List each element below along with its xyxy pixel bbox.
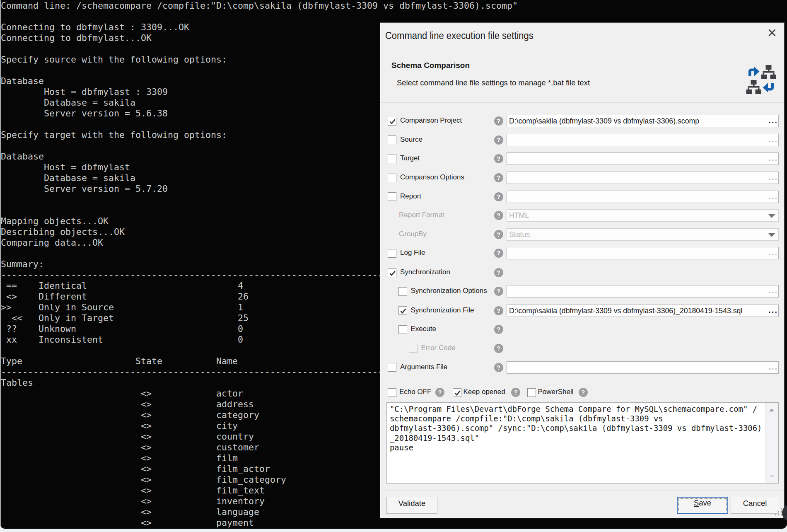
select-report-format[interactable]: HTML xyxy=(507,209,779,222)
checkbox-error-code[interactable] xyxy=(409,344,418,353)
browse-button-source[interactable]: ... xyxy=(768,134,778,144)
save-button[interactable]: Save xyxy=(677,497,728,514)
label-log-file[interactable]: Log File xyxy=(400,249,425,257)
grip-dot xyxy=(778,511,779,513)
input-report[interactable]: ... xyxy=(507,191,779,203)
browse-button-target[interactable]: ... xyxy=(768,153,778,163)
checkbox-synchronization-file[interactable] xyxy=(398,306,407,315)
label-powershell[interactable]: PowerShell xyxy=(538,388,574,396)
scrollbar[interactable] xyxy=(765,403,778,483)
grip-dot xyxy=(775,514,776,515)
label-execute[interactable]: Execute xyxy=(411,325,436,333)
close-icon[interactable] xyxy=(767,27,777,38)
input-source[interactable]: ... xyxy=(507,134,779,146)
checkbox-log-file[interactable] xyxy=(388,249,396,258)
help-icon-echo-off[interactable]: ? xyxy=(435,388,444,397)
help-icon-arguments-file[interactable]: ? xyxy=(494,363,503,372)
input-comparison-options[interactable]: ... xyxy=(507,172,779,184)
label-comparison-project[interactable]: Comparison Project xyxy=(400,116,462,125)
grip-dot xyxy=(781,508,782,510)
help-icon-target[interactable]: ? xyxy=(494,154,503,163)
help-icon-keep-opened[interactable]: ? xyxy=(511,388,520,397)
help-icon-powershell[interactable]: ? xyxy=(579,388,588,397)
help-icon-synchronization-file[interactable]: ? xyxy=(494,306,503,315)
browse-button-comparison-options[interactable]: ... xyxy=(768,172,778,182)
label-source[interactable]: Source xyxy=(400,135,422,144)
help-icon-synchronization-options[interactable]: ? xyxy=(494,287,503,296)
header-separator xyxy=(381,102,784,103)
help-icon-report-format[interactable]: ? xyxy=(494,211,503,220)
help-icon-synchronization[interactable]: ? xyxy=(494,268,503,277)
input-synchronization-file[interactable]: D:\comp\sakila (dbfmylast-3309 vs dbfmyl… xyxy=(507,305,779,317)
label-comparison-options[interactable]: Comparison Options xyxy=(400,173,464,181)
cancel-button[interactable]: Cancel xyxy=(731,497,779,514)
bat-file-text: "C:\Program Files\Devart\dbForge Schema … xyxy=(390,404,762,452)
help-icon-groupby[interactable]: ? xyxy=(494,230,503,239)
console-left-edge xyxy=(0,0,1,529)
browse-button-report[interactable]: ... xyxy=(768,191,778,201)
input-arguments-file[interactable]: ... xyxy=(507,361,779,374)
input-log-file[interactable]: ... xyxy=(507,247,779,259)
check-icon xyxy=(389,118,396,126)
checkbox-comparison-options[interactable] xyxy=(388,174,396,182)
select-groupby[interactable]: Status xyxy=(507,228,779,241)
help-icon-report[interactable]: ? xyxy=(494,192,503,201)
label-error-code: Error Code xyxy=(421,344,456,352)
label-synchronization[interactable]: Synchronization xyxy=(400,268,450,276)
footer-separator xyxy=(381,491,784,491)
input-target[interactable]: ... xyxy=(507,152,779,165)
label-report-format: Report Format xyxy=(399,211,444,219)
checkbox-report[interactable] xyxy=(388,192,396,201)
label-target[interactable]: Target xyxy=(400,154,420,162)
scroll-up-icon[interactable] xyxy=(769,409,774,411)
help-icon-log-file[interactable]: ? xyxy=(494,249,503,258)
check-icon xyxy=(399,307,407,315)
label-synchronization-file[interactable]: Synchronization File xyxy=(411,306,474,314)
check-icon xyxy=(389,269,396,277)
browse-button-comparison-project[interactable]: ... xyxy=(768,115,778,125)
validate-button[interactable]: Validate xyxy=(386,497,437,514)
dialog-title: Command line execution file settings xyxy=(385,30,534,41)
checkbox-target[interactable] xyxy=(388,155,396,163)
browse-button-log-file[interactable]: ... xyxy=(768,247,778,257)
checkbox-powershell[interactable] xyxy=(527,388,536,397)
label-report[interactable]: Report xyxy=(400,192,421,201)
label-keep-opened[interactable]: Keep opened xyxy=(464,388,505,396)
input-comparison-project[interactable]: D:\comp\sakila (dbfmylast-3309 vs dbfmyl… xyxy=(507,115,779,127)
schema-compare-icon xyxy=(745,64,776,94)
browse-button-arguments-file[interactable]: ... xyxy=(768,362,778,372)
help-icon-source[interactable]: ? xyxy=(494,135,503,145)
help-icon-comparison-project[interactable]: ? xyxy=(494,116,503,126)
dialog-subtitle: Select command line file settings to man… xyxy=(397,78,590,87)
input-synchronization-options[interactable]: ... xyxy=(507,285,779,297)
checkbox-execute[interactable] xyxy=(398,325,407,334)
grip-dot xyxy=(781,514,782,515)
checkbox-comparison-project[interactable] xyxy=(388,117,396,126)
label-arguments-file[interactable]: Arguments File xyxy=(400,363,447,371)
label-groupby: GroupBy xyxy=(399,230,427,238)
checkbox-source[interactable] xyxy=(388,135,396,144)
checkbox-synchronization[interactable] xyxy=(388,268,396,277)
help-icon-comparison-options[interactable]: ? xyxy=(494,173,503,182)
label-echo-off[interactable]: Echo OFF xyxy=(399,388,431,396)
dropdown-arrow-icon[interactable] xyxy=(768,214,775,218)
label-synchronization-options[interactable]: Synchronization Options xyxy=(411,287,487,295)
checkbox-synchronization-options[interactable] xyxy=(398,287,407,296)
scroll-down-icon[interactable] xyxy=(770,475,774,478)
checkbox-arguments-file[interactable] xyxy=(388,363,396,372)
browse-button-synchronization-file[interactable]: ... xyxy=(768,305,778,315)
page-bottom-strip xyxy=(0,529,787,532)
check-icon xyxy=(454,389,461,397)
dialog-command-line-settings: Command line execution file settings Sch… xyxy=(380,22,785,518)
help-icon-error-code[interactable]: ? xyxy=(494,344,503,353)
dropdown-arrow-icon[interactable] xyxy=(768,233,775,237)
help-icon-execute[interactable]: ? xyxy=(494,325,503,334)
browse-button-synchronization-options[interactable]: ... xyxy=(768,285,778,295)
dialog-section-heading: Schema Comparison xyxy=(391,61,470,70)
checkbox-keep-opened[interactable] xyxy=(453,388,461,397)
grip-dot xyxy=(778,514,779,515)
checkbox-echo-off[interactable] xyxy=(388,388,396,397)
bat-file-text-area[interactable]: "C:\Program Files\Devart\dbForge Schema … xyxy=(386,402,779,484)
